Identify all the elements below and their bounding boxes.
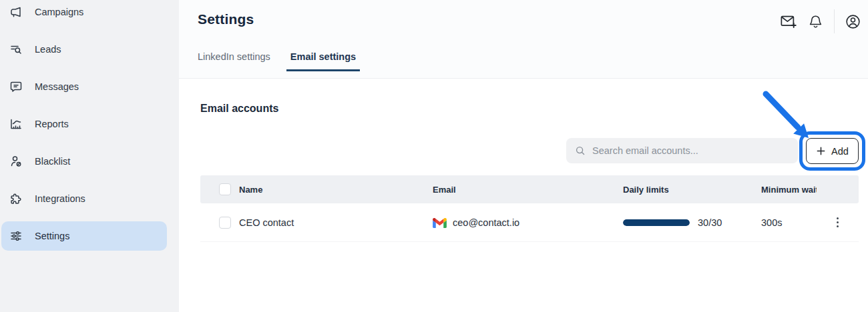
user-avatar-icon[interactable] bbox=[845, 13, 861, 30]
header-icon-group bbox=[779, 9, 861, 34]
lead-search-icon bbox=[9, 43, 23, 56]
column-header-name: Name bbox=[239, 185, 433, 195]
megaphone-icon bbox=[9, 5, 23, 19]
sidebar-item-label: Messages bbox=[35, 81, 79, 92]
page-header: Settings LinkedIn settings Email setting… bbox=[179, 0, 868, 79]
sidebar: Campaigns Leads Messages Reports bbox=[0, 0, 179, 312]
sidebar-item-label: Leads bbox=[35, 44, 61, 55]
settings-tabs: LinkedIn settings Email settings bbox=[198, 51, 360, 71]
plus-icon bbox=[816, 146, 826, 156]
gmail-icon bbox=[433, 217, 447, 228]
sidebar-menu: Campaigns Leads Messages Reports bbox=[0, 0, 179, 251]
daily-limit-progress-fill bbox=[623, 219, 690, 226]
sidebar-item-integrations[interactable]: Integrations bbox=[1, 184, 167, 213]
table-header-row: Name Email Daily limits Minimum waiting bbox=[200, 175, 859, 203]
daily-limits-cell: 30/30 bbox=[623, 217, 756, 228]
account-email: ceo@contact.io bbox=[453, 217, 519, 228]
email-accounts-table: Name Email Daily limits Minimum waiting … bbox=[200, 175, 859, 242]
section-title: Email accounts bbox=[200, 103, 278, 115]
sidebar-item-settings[interactable]: Settings bbox=[1, 221, 167, 251]
daily-limit-progress bbox=[623, 219, 690, 226]
account-email-cell: ceo@contact.io bbox=[433, 217, 623, 228]
column-header-email: Email bbox=[433, 185, 623, 195]
table-row: CEO contact ceo@contact.io 30/30 300s bbox=[200, 203, 859, 242]
add-button[interactable]: Add bbox=[806, 138, 859, 164]
row-checkbox-cell bbox=[219, 217, 239, 229]
sidebar-item-label: Settings bbox=[35, 231, 69, 241]
sidebar-item-leads[interactable]: Leads bbox=[1, 35, 167, 64]
add-button-label: Add bbox=[831, 146, 849, 157]
row-checkbox[interactable] bbox=[219, 217, 231, 229]
sidebar-item-label: Integrations bbox=[35, 193, 85, 204]
account-name: CEO contact bbox=[239, 217, 433, 228]
page-title: Settings bbox=[198, 11, 254, 27]
chart-icon bbox=[9, 117, 23, 131]
search-box bbox=[566, 138, 798, 163]
user-block-icon bbox=[9, 155, 23, 168]
sidebar-item-label: Blacklist bbox=[35, 156, 70, 167]
sidebar-item-label: Campaigns bbox=[35, 7, 83, 17]
tab-email-settings[interactable]: Email settings bbox=[286, 51, 360, 71]
column-header-daily-limits: Daily limits bbox=[623, 185, 756, 195]
row-actions-cell bbox=[817, 213, 859, 232]
chat-bubble-icon bbox=[9, 80, 23, 93]
mail-plus-icon[interactable] bbox=[779, 13, 797, 31]
kebab-menu-icon[interactable] bbox=[833, 213, 843, 232]
select-all-checkbox[interactable] bbox=[219, 183, 231, 195]
column-header-minimum-waiting: Minimum waiting bbox=[756, 185, 817, 195]
sidebar-item-reports[interactable]: Reports bbox=[1, 109, 167, 139]
select-all-checkbox-cell bbox=[219, 183, 239, 195]
sliders-icon bbox=[9, 229, 23, 243]
puzzle-icon bbox=[9, 192, 23, 205]
sidebar-item-blacklist[interactable]: Blacklist bbox=[1, 147, 167, 176]
sidebar-item-label: Reports bbox=[35, 119, 69, 129]
minimum-waiting-value: 300s bbox=[756, 217, 817, 228]
daily-limits-value: 30/30 bbox=[698, 217, 722, 228]
bell-icon[interactable] bbox=[807, 13, 824, 30]
main-pane: Settings LinkedIn settings Email setting… bbox=[179, 0, 868, 312]
sidebar-item-campaigns[interactable]: Campaigns bbox=[1, 0, 167, 27]
tab-linkedin-settings[interactable]: LinkedIn settings bbox=[198, 51, 270, 71]
sidebar-item-messages[interactable]: Messages bbox=[1, 72, 167, 101]
search-icon bbox=[574, 145, 586, 157]
header-divider bbox=[834, 9, 835, 33]
search-input[interactable] bbox=[592, 145, 790, 156]
